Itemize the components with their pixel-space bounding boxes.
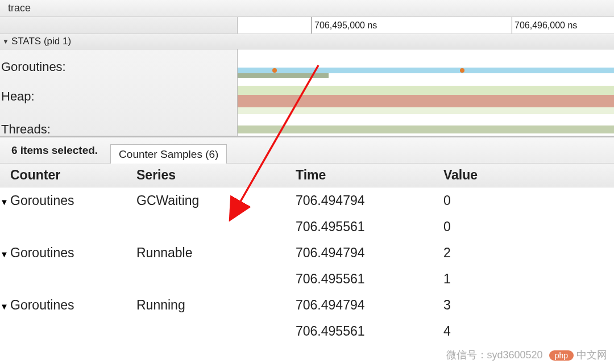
goroutines-track[interactable] <box>238 68 614 73</box>
cell-counter <box>0 324 136 339</box>
cell-counter: ▼Goroutines <box>0 245 136 261</box>
goroutine-event-dot[interactable] <box>272 68 277 73</box>
cell-value: 1 <box>443 271 614 287</box>
cell-counter <box>0 219 136 235</box>
selection-count-label: 6 items selected. <box>0 144 110 157</box>
cell-time: 706.495561 <box>296 219 443 235</box>
ruler-left-panel <box>0 17 238 34</box>
detail-panel: 6 items selected. Counter Samples (6) Co… <box>0 136 614 344</box>
cell-value: 4 <box>443 324 614 339</box>
cell-counter <box>0 271 136 287</box>
timeline-ruler[interactable]: 706,495,000 ns 706,496,000 ns <box>0 17 614 34</box>
cell-time: 706.494794 <box>296 298 443 313</box>
cell-value: 0 <box>443 219 614 235</box>
watermark-wechat: 微信号：syd3600520 <box>446 349 543 361</box>
stats-header[interactable]: ▼ STATS (pid 1) <box>0 34 614 49</box>
cell-time: 706.495561 <box>296 271 443 287</box>
detail-header: 6 items selected. Counter Samples (6) <box>0 137 614 164</box>
cell-counter: ▼Goroutines <box>0 193 136 208</box>
cell-counter: ▼Goroutines <box>0 298 136 313</box>
cell-series: GCWaiting <box>136 193 296 208</box>
ruler-tick: 706,495,000 ns <box>312 17 377 34</box>
rows-container: ▼GoroutinesGCWaiting706.4947940706.49556… <box>0 187 614 344</box>
track-labels-panel: Goroutines: Heap: Threads: <box>0 49 238 136</box>
stats-header-label: STATS (pid 1) <box>11 36 71 47</box>
counter-text: Goroutines <box>10 298 74 312</box>
caret-down-icon[interactable]: ▼ <box>0 249 10 259</box>
ruler-tick-label: 706,495,000 ns <box>314 20 377 30</box>
track-label-goroutines: Goroutines: <box>1 60 66 74</box>
col-counter[interactable]: Counter <box>0 168 136 183</box>
tracks-panel: Goroutines: Heap: Threads: <box>0 49 614 136</box>
heap-track-band[interactable] <box>238 95 614 107</box>
table-row[interactable]: ▼GoroutinesGCWaiting706.4947940 <box>0 187 614 214</box>
table-row[interactable]: ▼GoroutinesRunning706.4947943 <box>0 292 614 318</box>
track-canvas[interactable] <box>238 49 614 136</box>
caret-down-icon: ▼ <box>2 37 9 45</box>
cell-value: 0 <box>443 193 614 208</box>
cell-series: Runnable <box>136 245 296 261</box>
ruler-tick-label: 706,496,000 ns <box>515 20 577 30</box>
col-time[interactable]: Time <box>296 168 443 183</box>
goroutines-sub-track[interactable] <box>238 73 329 78</box>
heap-track-band[interactable] <box>238 86 614 95</box>
table-row[interactable]: 706.4955614 <box>0 318 614 344</box>
toolbar: trace <box>0 0 614 17</box>
cell-time: 706.495561 <box>296 324 443 339</box>
caret-down-icon[interactable]: ▼ <box>0 197 10 207</box>
cell-series: Running <box>136 298 296 313</box>
cell-time: 706.494794 <box>296 245 443 261</box>
goroutine-event-dot[interactable] <box>460 68 464 73</box>
counter-text: Goroutines <box>10 245 74 260</box>
col-series[interactable]: Series <box>136 168 296 183</box>
table-row[interactable]: ▼GoroutinesRunnable706.4947942 <box>0 240 614 266</box>
caret-down-icon[interactable]: ▼ <box>0 302 10 311</box>
counter-text: Goroutines <box>10 193 74 208</box>
ruler-tick: 706,496,000 ns <box>512 17 577 34</box>
columns-header: Counter Series Time Value <box>0 164 614 187</box>
cell-value: 3 <box>443 298 614 313</box>
table-row[interactable]: 706.4955611 <box>0 266 614 292</box>
col-value[interactable]: Value <box>443 168 614 183</box>
track-label-heap: Heap: <box>1 89 35 104</box>
heap-track-band[interactable] <box>238 107 614 114</box>
watermark-badge: php <box>549 350 574 361</box>
app-title: trace <box>8 2 31 14</box>
cell-time: 706.494794 <box>296 193 443 208</box>
cell-value: 2 <box>443 245 614 261</box>
watermark: 微信号：syd3600520 php 中文网 <box>446 348 607 362</box>
track-label-threads: Threads: <box>1 122 51 137</box>
table-row[interactable]: 706.4955610 <box>0 214 614 240</box>
watermark-site: 中文网 <box>576 349 607 361</box>
tab-counter-samples[interactable]: Counter Samples (6) <box>110 144 227 164</box>
threads-track[interactable] <box>238 125 614 133</box>
